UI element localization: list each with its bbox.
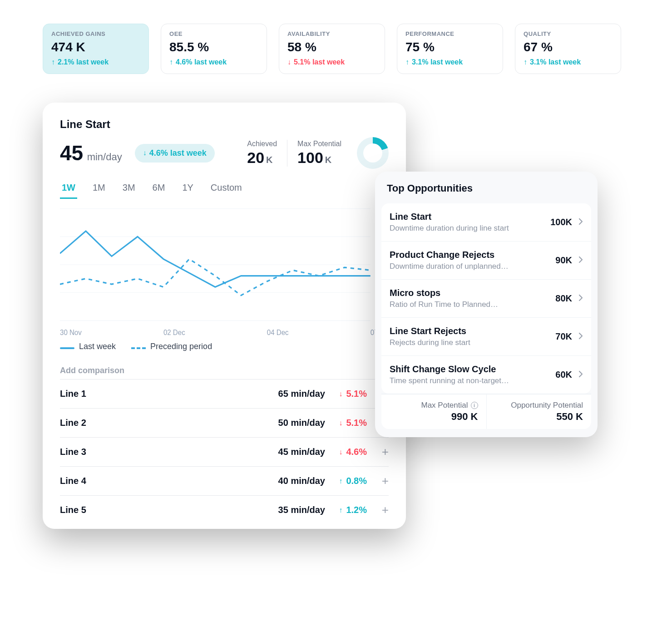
trend-pill: ↓ 4.6% last week <box>135 144 215 163</box>
arrow-up-icon: ↑ <box>405 59 409 66</box>
arrow-down-icon: ↓ <box>339 390 342 398</box>
legend-dashed: Preceding period <box>131 342 212 351</box>
line-row[interactable]: Line 345 min/day↓4.6%+ <box>60 437 389 466</box>
opportunity-value: 70K <box>555 331 572 342</box>
add-comparison-heading: Add comparison <box>60 366 389 375</box>
line-name: Line 4 <box>60 476 86 486</box>
opportunity-title: Line Start <box>390 212 546 222</box>
opportunity-subtitle: Time spent running at non-target… <box>390 376 551 385</box>
kpi-label: OEE <box>169 30 258 37</box>
timeframe-tabs: 1W1M3M6M1YCustom <box>60 182 389 199</box>
tab-custom[interactable]: Custom <box>209 182 244 199</box>
lines-table: Line 165 min/day↓5.1%Line 250 min/day↓5.… <box>60 379 389 524</box>
kpi-trend: ↑3.1% last week <box>524 58 613 66</box>
kpi-trend: ↑3.1% last week <box>405 58 494 66</box>
opportunity-item[interactable]: Shift Change Slow CycleTime spent runnin… <box>381 355 591 394</box>
line-value: 35 min/day <box>278 505 325 515</box>
kpi-card-quality[interactable]: QUALITY67 %↑3.1% last week <box>515 24 621 74</box>
opportunities-title: Top Opportunities <box>375 172 598 203</box>
add-comparison-button[interactable]: + <box>367 503 389 517</box>
arrow-down-icon: ↓ <box>143 149 147 157</box>
metric-value: 45 <box>60 141 83 165</box>
line-name: Line 3 <box>60 447 86 457</box>
opportunities-list: Line StartDowntime duration during line … <box>381 203 591 394</box>
opportunity-item[interactable]: Line StartDowntime duration during line … <box>381 203 591 241</box>
svg-text:02 Dec: 02 Dec <box>163 329 185 337</box>
arrow-up-icon: ↑ <box>339 507 342 514</box>
kpi-card-oee[interactable]: OEE85.5 %↑4.6% last week <box>161 24 267 74</box>
panel-title: Line Start <box>60 118 389 131</box>
add-comparison-button[interactable]: + <box>367 474 389 488</box>
opportunity-item[interactable]: Line Start RejectsRejects during line st… <box>381 317 591 355</box>
opportunity-value: 60K <box>555 370 572 380</box>
opportunity-item[interactable]: Product Change RejectsDowntime duration … <box>381 241 591 279</box>
info-icon[interactable]: i <box>471 402 478 409</box>
kpi-label: PERFORMANCE <box>405 30 494 37</box>
solid-swatch-icon <box>60 347 74 349</box>
opportunity-value: 80K <box>555 293 572 304</box>
opportunity-item[interactable]: Micro stopsRatio of Run Time to Planned…… <box>381 279 591 317</box>
arrow-down-icon: ↓ <box>339 449 342 456</box>
kpi-card-availability[interactable]: AVAILABILITY58 %↓5.1% last week <box>279 24 385 74</box>
line-row[interactable]: Line 165 min/day↓5.1% <box>60 379 389 408</box>
footer-opp-col: Opportunity Potential 550 K <box>486 394 592 429</box>
chevron-right-icon <box>578 218 583 227</box>
line-row[interactable]: Line 250 min/day↓5.1% <box>60 408 389 437</box>
achieved-label: Achieved <box>247 140 277 148</box>
opportunities-footer: Max Potentiali 990 K Opportunity Potenti… <box>381 394 591 429</box>
arrow-down-icon: ↓ <box>287 59 291 66</box>
metric-unit: min/day <box>87 151 122 163</box>
footer-max-value: 990 K <box>390 411 478 423</box>
achieved-value: 20 <box>247 149 264 166</box>
kpi-card-achieved-gains[interactable]: ACHIEVED GAINS474 K↑2.1% last week <box>43 24 149 74</box>
line-row[interactable]: Line 535 min/day↑1.2%+ <box>60 495 389 524</box>
kpi-value: 85.5 % <box>169 40 258 54</box>
svg-text:04 Dec: 04 Dec <box>267 329 289 337</box>
opportunity-subtitle: Downtime duration of unplanned… <box>390 262 551 271</box>
headline-metric: 45 min/day <box>60 141 122 165</box>
kpi-value: 474 K <box>51 40 140 54</box>
footer-max-label: Max Potential <box>421 401 468 410</box>
pill-text: 4.6% last week <box>149 148 207 158</box>
tab-6m[interactable]: 6M <box>151 182 167 199</box>
kpi-value: 67 % <box>524 40 613 54</box>
trend-chart: 7654330 Nov02 Dec04 Dec07 Dec <box>60 204 389 340</box>
line-delta: ↓4.6% <box>325 447 367 457</box>
tab-1y[interactable]: 1Y <box>180 182 195 199</box>
line-value: 50 min/day <box>278 418 325 428</box>
chevron-right-icon <box>578 294 583 303</box>
footer-max-col: Max Potentiali 990 K <box>381 394 486 429</box>
line-value: 65 min/day <box>278 389 325 399</box>
kpi-card-performance[interactable]: PERFORMANCE75 %↑3.1% last week <box>397 24 503 74</box>
line-name: Line 2 <box>60 418 86 428</box>
opportunity-title: Product Change Rejects <box>390 250 551 260</box>
chevron-right-icon <box>578 256 583 265</box>
max-label: Max Potential <box>297 140 341 148</box>
kpi-label: QUALITY <box>524 30 613 37</box>
tab-1w[interactable]: 1W <box>60 182 77 199</box>
kpi-value: 58 % <box>287 40 376 54</box>
achieved-col: Achieved 20K <box>237 140 287 167</box>
legend-solid: Last week <box>60 342 116 351</box>
arrow-down-icon: ↓ <box>339 419 342 427</box>
kpi-label: AVAILABILITY <box>287 30 376 37</box>
footer-opp-label: Opportunity Potential <box>495 401 583 410</box>
line-delta: ↑1.2% <box>325 505 367 515</box>
line-value: 45 min/day <box>278 447 325 457</box>
kpi-trend: ↓5.1% last week <box>287 58 376 66</box>
opportunity-value: 100K <box>550 217 572 227</box>
tab-1m[interactable]: 1M <box>91 182 107 199</box>
dash-swatch-icon <box>131 347 146 349</box>
line-name: Line 5 <box>60 505 86 515</box>
achieved-unit: K <box>266 155 272 165</box>
donut-icon <box>357 137 389 169</box>
line-row[interactable]: Line 440 min/day↑0.8%+ <box>60 466 389 495</box>
line-delta: ↓5.1% <box>325 389 367 399</box>
line-value: 40 min/day <box>278 476 325 486</box>
max-col: Max Potential 100K <box>287 140 351 167</box>
tab-3m[interactable]: 3M <box>121 182 137 199</box>
add-comparison-button[interactable]: + <box>367 445 389 459</box>
opportunity-subtitle: Rejects during line start <box>390 338 551 347</box>
kpi-trend: ↑2.1% last week <box>51 58 140 66</box>
opportunity-title: Line Start Rejects <box>390 326 551 336</box>
